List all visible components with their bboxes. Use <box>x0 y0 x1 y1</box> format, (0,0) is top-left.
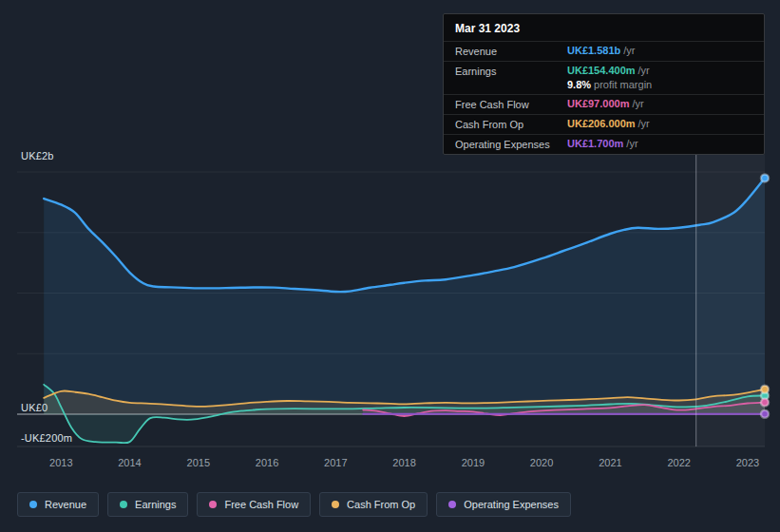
legend-item-revenue[interactable]: Revenue <box>17 492 99 517</box>
tooltip-label-revenue: Revenue <box>455 45 567 57</box>
y-axis-label-neg200m: -UK£200m <box>21 432 72 444</box>
x-tick-label: 2018 <box>392 457 415 468</box>
earnings-value: UK£154.400m <box>567 65 636 76</box>
free-cash-flow-value: UK£97.000m <box>567 98 629 109</box>
x-tick-label: 2019 <box>462 457 485 468</box>
legend-label-earnings: Earnings <box>135 499 176 510</box>
legend-label-operating-expenses: Operating Expenses <box>464 499 559 510</box>
tooltip-label-earnings: Earnings <box>455 65 567 77</box>
earnings-dot-icon <box>120 501 127 508</box>
legend-item-operating-expenses[interactable]: Operating Expenses <box>436 492 571 517</box>
x-tick-label: 2017 <box>324 457 347 468</box>
free-cash-flow-dot-icon <box>209 501 217 508</box>
x-tick-label: 2015 <box>187 457 210 468</box>
x-tick-label: 2013 <box>49 457 72 468</box>
x-tick-label: 2022 <box>667 457 690 468</box>
y-axis-label-2b: UK£2b <box>21 150 54 162</box>
free-cash-flow-end-dot <box>761 399 769 407</box>
x-tick-label: 2016 <box>256 457 278 468</box>
tooltip-value-free-cash-flow: UK£97.000m/yr <box>567 98 644 109</box>
cash-from-op-value: UK£206.000m <box>567 118 636 129</box>
operating-expenses-end-dot <box>761 410 769 418</box>
chart-legend: Revenue Earnings Free Cash Flow Cash Fro… <box>17 492 571 517</box>
profit-margin-value: 9.8% <box>567 79 591 90</box>
cash-from-op-suffix: /yr <box>638 118 650 129</box>
tooltip-date: Mar 31 2023 <box>444 14 764 41</box>
legend-item-cash-from-op[interactable]: Cash From Op <box>319 492 428 517</box>
legend-label-cash-from-op: Cash From Op <box>347 499 415 510</box>
tooltip-row-free-cash-flow: Free Cash Flow UK£97.000m/yr <box>444 94 764 114</box>
revenue-dot-icon <box>29 501 37 508</box>
legend-label-revenue: Revenue <box>45 499 86 510</box>
operating-expenses-dot-icon <box>448 501 456 508</box>
tooltip-value-revenue: UK£1.581b/yr <box>567 45 636 56</box>
earnings-suffix: /yr <box>638 65 650 76</box>
profit-margin-label: profit margin <box>594 79 652 90</box>
tooltip-value-cash-from-op: UK£206.000m/yr <box>567 118 650 129</box>
legend-item-free-cash-flow[interactable]: Free Cash Flow <box>197 492 311 517</box>
revenue-suffix: /yr <box>623 45 635 56</box>
operating-expenses-suffix: /yr <box>626 138 637 149</box>
tooltip-value-operating-expenses: UK£1.700m/yr <box>567 138 638 149</box>
tooltip-label-operating-expenses: Operating Expenses <box>455 138 567 150</box>
tooltip-row-earnings: Earnings UK£154.400m/yr 9.8%profit margi… <box>444 61 764 94</box>
x-tick-label: 2021 <box>599 457 621 468</box>
revenue-end-dot <box>761 174 769 181</box>
revenue-area <box>44 178 765 414</box>
tooltip-value-earnings: UK£154.400m/yr 9.8%profit margin <box>567 65 652 90</box>
tooltip-label-cash-from-op: Cash From Op <box>455 118 567 130</box>
earnings-revenue-chart-page: 2013201420152016201720182019202020212022… <box>0 0 780 532</box>
cash-from-op-end-dot <box>761 386 769 393</box>
operating-expenses-value: UK£1.700m <box>567 138 623 149</box>
legend-item-earnings[interactable]: Earnings <box>107 492 188 517</box>
legend-label-free-cash-flow: Free Cash Flow <box>224 499 298 510</box>
y-axis-label-zero: UK£0 <box>21 402 48 413</box>
revenue-value: UK£1.581b <box>567 45 620 56</box>
tooltip-label-free-cash-flow: Free Cash Flow <box>455 98 567 110</box>
x-tick-label: 2014 <box>118 457 141 468</box>
chart-tooltip: Mar 31 2023 Revenue UK£1.581b/yr Earning… <box>443 13 765 155</box>
tooltip-row-operating-expenses: Operating Expenses UK£1.700m/yr <box>444 134 764 154</box>
x-tick-label: 2023 <box>736 457 759 468</box>
cash-from-op-dot-icon <box>332 501 339 508</box>
free-cash-flow-suffix: /yr <box>632 98 643 109</box>
tooltip-row-cash-from-op: Cash From Op UK£206.000m/yr <box>444 114 764 134</box>
x-tick-label: 2020 <box>530 457 553 468</box>
tooltip-row-revenue: Revenue UK£1.581b/yr <box>444 41 764 61</box>
